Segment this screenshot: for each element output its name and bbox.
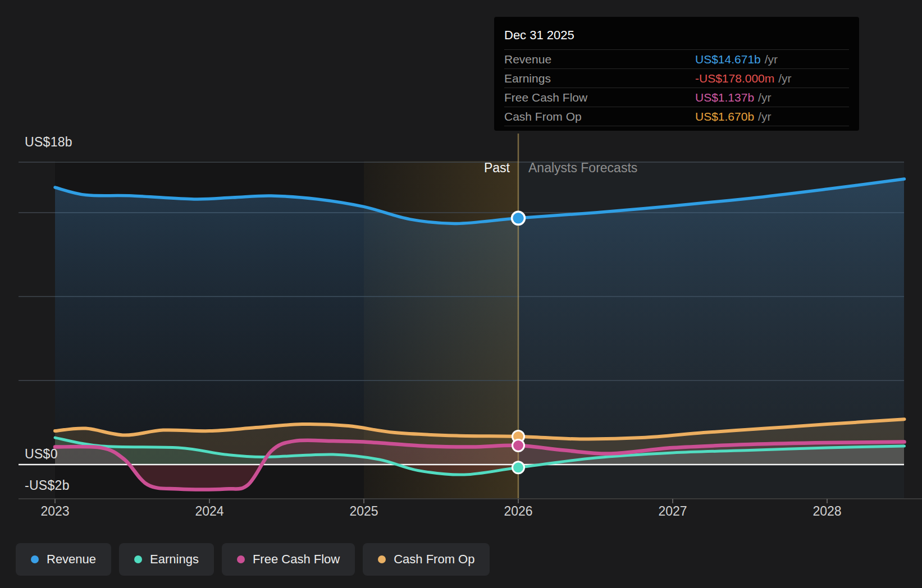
legend-item-earnings[interactable]: Earnings	[119, 543, 214, 576]
legend-label: Cash From Op	[394, 552, 474, 567]
x-tick-2026: 2026	[487, 504, 549, 519]
tooltip-row-earnings: Earnings -US$178.000m /yr	[504, 68, 849, 88]
tooltip-row-free-cash-flow: Free Cash Flow US$1.137b /yr	[504, 88, 849, 107]
tooltip-label: Revenue	[504, 53, 695, 66]
legend: Revenue Earnings Free Cash Flow Cash Fro…	[16, 543, 490, 576]
tooltip-unit: /yr	[758, 91, 771, 104]
tooltip-label: Cash From Op	[504, 110, 695, 123]
x-tick-2023: 2023	[24, 504, 86, 519]
tooltip-row-cash-from-op: Cash From Op US$1.670b /yr	[504, 107, 849, 126]
tooltip-value: -US$178.000m	[695, 72, 774, 85]
x-tick-2024: 2024	[179, 504, 240, 519]
tooltip-label: Free Cash Flow	[504, 91, 695, 104]
free-cash-flow-dot-icon	[237, 555, 245, 563]
tooltip-value: US$14.671b	[695, 53, 761, 66]
tooltip-row-revenue: Revenue US$14.671b /yr	[504, 49, 849, 68]
y-axis-label-neg2b: -US$2b	[25, 478, 70, 493]
tooltip-value: US$1.670b	[695, 110, 754, 123]
revenue-dot-icon	[31, 555, 39, 563]
tooltip-label: Earnings	[504, 72, 695, 85]
y-axis-label-18b: US$18b	[25, 135, 72, 150]
x-tick-2028: 2028	[796, 504, 858, 519]
legend-item-cash-from-op[interactable]: Cash From Op	[363, 543, 490, 576]
past-label: Past	[369, 160, 510, 176]
forecast-label: Analysts Forecasts	[528, 160, 637, 176]
hover-tooltip: Dec 31 2025 Revenue US$14.671b /yr Earni…	[494, 17, 859, 131]
legend-item-revenue[interactable]: Revenue	[16, 543, 111, 576]
legend-label: Free Cash Flow	[253, 552, 340, 567]
tooltip-unit: /yr	[778, 72, 791, 85]
y-axis-label-0: US$0	[25, 447, 58, 462]
x-tick-2027: 2027	[642, 504, 704, 519]
tooltip-unit: /yr	[765, 53, 778, 66]
legend-label: Earnings	[150, 552, 199, 567]
legend-label: Revenue	[47, 552, 96, 567]
earnings-dot-icon	[134, 555, 142, 563]
tooltip-unit: /yr	[758, 110, 771, 123]
legend-item-free-cash-flow[interactable]: Free Cash Flow	[222, 543, 355, 576]
tooltip-value: US$1.137b	[695, 91, 754, 104]
x-tick-2025: 2025	[333, 504, 395, 519]
cash-from-op-dot-icon	[378, 555, 386, 563]
tooltip-date: Dec 31 2025	[504, 25, 849, 49]
page: { "tooltip": { "title": "Dec 31 2025", "…	[0, 0, 922, 588]
